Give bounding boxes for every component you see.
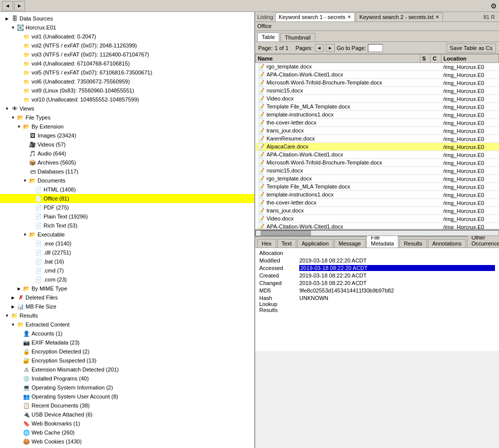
- tree-file-size[interactable]: ▶ 📊 MB File Size: [0, 302, 254, 311]
- col-location[interactable]: Location: [441, 54, 499, 63]
- table-row[interactable]: 📝APA-Citation-Work-Cited1.docx /img_Horc…: [256, 223, 499, 230]
- table-row[interactable]: 📝nssmic15.docx /img_Horcrux.E0: [256, 167, 499, 175]
- table-row[interactable]: 📝Video.docx /img_Horcrux.E0: [256, 215, 499, 223]
- tree-documents[interactable]: ▼ 📂 Documents: [0, 176, 254, 185]
- table-row[interactable]: 📝nssmic15.docx /img_Horcrux.E0: [256, 87, 499, 95]
- save-table-button[interactable]: Save Table as Cs: [446, 44, 496, 52]
- tree-plain-text[interactable]: 📄 Plain Text (19296): [0, 212, 254, 221]
- table-row[interactable]: 📝AlpacaCare.docx /img_Horcrux.E0: [256, 143, 499, 151]
- tab-annotations[interactable]: Annotations: [428, 239, 466, 248]
- tree-databases[interactable]: 🗃 Databases (117): [0, 167, 254, 176]
- prev-page-button[interactable]: ◄: [315, 44, 324, 52]
- doc-icon: 📝: [258, 128, 265, 134]
- tab2-close-icon[interactable]: ✕: [435, 14, 439, 20]
- tree-exe[interactable]: 📄 .exe (3140): [0, 239, 254, 248]
- table-row[interactable]: 📝trans_jour.docx /img_Horcrux.E0: [256, 127, 499, 135]
- tree-archives[interactable]: 📦 Archives (5605): [0, 158, 254, 167]
- h-scroll-thumb[interactable]: [261, 230, 311, 236]
- file-table-container[interactable]: Name S C Location 📝rgo_template.docx /im…: [255, 54, 499, 229]
- tree-vol10[interactable]: 📁 vol10 (Unallocated: 104855552-10485759…: [0, 95, 254, 104]
- table-row[interactable]: 📝KarenResume.docx /img_Horcrux.E0: [256, 135, 499, 143]
- tree-images[interactable]: 🖼 Images (23424): [0, 131, 254, 140]
- back-button[interactable]: ◄: [2, 1, 13, 11]
- table-row[interactable]: 📝APA-Citation-Work-Cited1.docx /img_Horc…: [256, 151, 499, 159]
- table-row[interactable]: 📝Microsoft-Word-Trifold-Brochure-Templat…: [256, 159, 499, 167]
- rich-text-label: Rich Text (53): [44, 222, 254, 228]
- table-row[interactable]: 📝template-instructions1.docx /img_Horcru…: [256, 191, 499, 199]
- next-page-button[interactable]: ►: [326, 44, 335, 52]
- table-row[interactable]: 📝APA-Citation-Work-Cited1.docx /img_Horc…: [256, 71, 499, 79]
- tree-vol5[interactable]: 📁 vol5 (NTFS / exFAT (0x07): 67106816-73…: [0, 68, 254, 77]
- h-scroll-bar[interactable]: [255, 229, 499, 236]
- tree-bat[interactable]: 📄 .bat (16): [0, 257, 254, 266]
- tab-message[interactable]: Message: [334, 239, 366, 248]
- tab-keyword-search-1[interactable]: Keyword search 1 - secrets ✕: [275, 12, 355, 22]
- doc-icon: 📝: [258, 224, 265, 229]
- table-row[interactable]: 📝trans_jour.docx /img_Horcrux.E0: [256, 207, 499, 215]
- table-row[interactable]: 📝Template File_MLA Template.docx /img_Ho…: [256, 103, 499, 111]
- tree-encryption-detected[interactable]: 🔒 Encryption Detected (2): [0, 347, 254, 356]
- table-row[interactable]: 📝Video.docx /img_Horcrux.E0: [256, 95, 499, 103]
- tree-vol2[interactable]: 📁 vol2 (NTFS / exFAT (0x07): 2048-112639…: [0, 41, 254, 50]
- tree-vol6[interactable]: 📁 vol6 (Unallocated: 73500672-75560959): [0, 77, 254, 86]
- tree-encryption-suspected[interactable]: 🔐 Encryption Suspected (13): [0, 356, 254, 365]
- tree-pdf[interactable]: 📄 PDF (275): [0, 203, 254, 212]
- deleted-files-label: Deleted Files: [26, 294, 254, 300]
- tree-deleted-files[interactable]: ▶ ✗ Deleted Files: [0, 293, 254, 302]
- tab-hex[interactable]: Hex: [257, 239, 276, 248]
- table-row[interactable]: 📝rgo_template.docx /img_Horcrux.E0: [256, 175, 499, 183]
- tree-office[interactable]: 📄 Office (81): [0, 194, 254, 203]
- tree-data-sources[interactable]: ▶ 🗄 Data Sources: [0, 14, 254, 23]
- col-c[interactable]: C: [430, 54, 441, 63]
- table-row[interactable]: 📝template-instructions1.docx /img_Horcru…: [256, 111, 499, 119]
- tree-accounts[interactable]: 👤 Accounts (1): [0, 329, 254, 338]
- col-name[interactable]: Name: [256, 54, 420, 63]
- table-row[interactable]: 📝Microsoft-Word-Trifold-Brochure-Templat…: [256, 79, 499, 87]
- tree-extension-mismatch[interactable]: ⚠ Extension Mismatch Detected (201): [0, 365, 254, 374]
- table-row[interactable]: 📝the-cover-letter.docx /img_Horcrux.E0: [256, 199, 499, 207]
- goto-page-input[interactable]: [368, 44, 383, 52]
- forward-button[interactable]: ►: [14, 1, 25, 11]
- tree-exif[interactable]: 📷 EXIF Metadata (23): [0, 338, 254, 347]
- tree-com[interactable]: 📄 .com (23): [0, 275, 254, 284]
- tree-web-cache[interactable]: 🌐 Web Cache (260): [0, 428, 254, 437]
- tree-vol1[interactable]: 📁 vol1 (Unallocated: 0-2047): [0, 32, 254, 41]
- tree-os-info[interactable]: 💻 Operating System Information (2): [0, 383, 254, 392]
- tree-html[interactable]: 📄 HTML (1408): [0, 185, 254, 194]
- tab-results[interactable]: Results: [399, 239, 427, 248]
- tab-text[interactable]: Text: [277, 239, 296, 248]
- tree-audio[interactable]: 🎵 Audio (644): [0, 149, 254, 158]
- tree-usb[interactable]: 🔌 USB Device Attached (6): [0, 410, 254, 419]
- tree-file-types[interactable]: ▼ 📂 File Types: [0, 113, 254, 122]
- tab-table[interactable]: Table: [257, 32, 279, 42]
- tree-vol3[interactable]: 📁 vol3 (NTFS / exFAT (0x07): 1126400-671…: [0, 50, 254, 59]
- tree-os-user[interactable]: 👥 Operating System User Account (8): [0, 392, 254, 401]
- tab-keyword-search-2[interactable]: Keyword search 2 - secrets.txt ✕: [356, 12, 443, 22]
- tree-cmd[interactable]: 📄 .cmd (7): [0, 266, 254, 275]
- tree-vol9[interactable]: 📁 vol9 (Linux (0x83): 75560960-104855551…: [0, 86, 254, 95]
- tab1-close-icon[interactable]: ✕: [347, 14, 351, 20]
- tree-dll[interactable]: 📄 .dll (22751): [0, 248, 254, 257]
- gear-icon[interactable]: ⚙: [490, 2, 497, 10]
- tree-installed-programs[interactable]: 💿 Installed Programs (40): [0, 374, 254, 383]
- tree-extracted-content[interactable]: ▼ 📁 Extracted Content: [0, 320, 254, 329]
- tree-vol4[interactable]: 📁 vol4 (Unallocated: 67104768-67106815): [0, 59, 254, 68]
- tree-by-mime[interactable]: ▶ 📂 By MIME Type: [0, 284, 254, 293]
- tab-application[interactable]: Application: [297, 239, 333, 248]
- tree-web-cookies[interactable]: 🍪 Web Cookies (1430): [0, 437, 254, 446]
- tree-results[interactable]: ▼ 📁 Results: [0, 311, 254, 320]
- tree-rich-text[interactable]: 📄 Rich Text (53): [0, 221, 254, 230]
- tab-thumbnail[interactable]: Thumbnail: [280, 33, 315, 42]
- h-scroll-track[interactable]: [255, 230, 499, 236]
- table-row[interactable]: 📝Template File_MLA Template.docx /img_Ho…: [256, 183, 499, 191]
- tree-web-bookmarks[interactable]: 🔖 Web Bookmarks (1): [0, 419, 254, 428]
- tree-horcrux[interactable]: ▼ 💽 Horcrux.E01: [0, 23, 254, 32]
- tree-by-extension[interactable]: ▼ 📂 By Extension: [0, 122, 254, 131]
- tree-recent-docs[interactable]: 📋 Recent Documents (38): [0, 401, 254, 410]
- table-row[interactable]: 📝rgo_template.docx /img_Horcrux.E0: [256, 63, 499, 71]
- tree-views[interactable]: ▼ 👁 Views: [0, 104, 254, 113]
- tree-videos[interactable]: 🎥 Videos (57): [0, 140, 254, 149]
- table-row[interactable]: 📝the-cover-letter.docx /img_Horcrux.E0: [256, 119, 499, 127]
- col-s[interactable]: S: [420, 54, 430, 63]
- tree-executable[interactable]: ▼ 📂 Executable: [0, 230, 254, 239]
